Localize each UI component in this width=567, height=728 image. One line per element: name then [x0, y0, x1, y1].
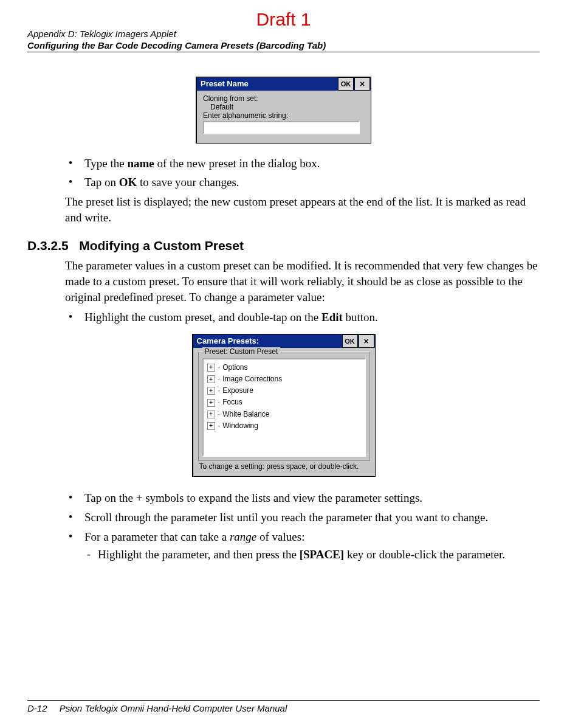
sub-list: Highlight the parameter, and then press …	[84, 547, 540, 563]
bullet-item: Type the name of the new preset in the d…	[65, 156, 540, 172]
footer-rule	[27, 700, 540, 701]
close-button[interactable]: ×	[354, 77, 370, 91]
bullet-item: For a parameter that can take a range of…	[65, 529, 540, 563]
bullet-list-3: Tap on the + symbols to expand the lists…	[65, 490, 540, 563]
expand-icon[interactable]: +	[207, 387, 215, 395]
paragraph: The parameter values in a custom preset …	[65, 258, 540, 305]
bullet-item: Highlight the custom preset, and double-…	[65, 310, 540, 325]
dialog-titlebar: Preset Name OK ×	[197, 77, 371, 91]
camera-presets-dialog: Camera Presets: OK × Preset: Custom Pres…	[192, 334, 376, 477]
tree-item[interactable]: +··Options	[207, 362, 361, 373]
expand-icon[interactable]: +	[207, 364, 215, 372]
section-heading: D.3.2.5 Modifying a Custom Preset	[27, 238, 540, 253]
tree-item[interactable]: +··White Balance	[207, 409, 361, 420]
bullet-item: Tap on OK to save your changes.	[65, 175, 540, 190]
expand-icon[interactable]: +	[207, 375, 215, 383]
ok-button[interactable]: OK	[338, 77, 354, 91]
page-number: D-12	[27, 703, 47, 713]
close-button[interactable]: ×	[359, 335, 374, 348]
preset-name-dialog: Preset Name OK × Cloning from set: Defau…	[196, 77, 371, 144]
dialog-title: Camera Presets:	[197, 336, 259, 345]
header-rule	[27, 52, 540, 52]
sub-item: Highlight the parameter, and then press …	[84, 547, 540, 563]
close-icon: ×	[360, 80, 365, 88]
bullet-list-2: Highlight the custom preset, and double-…	[65, 310, 540, 325]
watermark-draft: Draft 1	[27, 9, 540, 30]
page-footer: D-12 Psion Teklogix Omnii Hand-Held Comp…	[27, 700, 540, 713]
header-appendix: Appendix D: Teklogix Imagers Applet	[27, 29, 540, 40]
preset-group-box: Preset: Custom Preset +··Options +··Imag…	[198, 352, 370, 461]
header-subtitle: Configuring the Bar Code Decoding Camera…	[27, 40, 540, 50]
bullet-list-1: Type the name of the new preset in the d…	[65, 156, 540, 190]
tree-item[interactable]: +··Windowing	[207, 420, 361, 432]
dialog-hint: To change a setting: press space, or dou…	[198, 461, 370, 472]
ok-button[interactable]: OK	[342, 335, 358, 348]
preset-tree[interactable]: +··Options +··Image Corrections +··Expos…	[202, 358, 366, 457]
tree-item[interactable]: +··Exposure	[207, 385, 361, 397]
footer-title: Psion Teklogix Omnii Hand-Held Computer …	[60, 703, 287, 713]
dialog-prompt: Enter alphanumeric string:	[203, 111, 365, 120]
bullet-item: Tap on the + symbols to expand the lists…	[65, 490, 540, 506]
dialog-titlebar: Camera Presets: OK ×	[193, 335, 375, 348]
bullet-item: Scroll through the parameter list until …	[65, 510, 540, 525]
close-icon: ×	[363, 337, 368, 345]
expand-icon[interactable]: +	[207, 411, 215, 418]
expand-icon[interactable]: +	[207, 399, 215, 407]
tree-item[interactable]: +··Focus	[207, 397, 361, 408]
paragraph: The preset list is displayed; the new cu…	[65, 194, 540, 225]
tree-item[interactable]: +··Image Corrections	[207, 373, 361, 385]
dialog-text-line1: Cloning from set:	[203, 94, 365, 103]
expand-icon[interactable]: +	[207, 422, 215, 430]
dialog-text-line2: Default	[203, 103, 365, 111]
dialog-title: Preset Name	[201, 79, 249, 88]
preset-name-input[interactable]	[203, 121, 360, 134]
group-label: Preset: Custom Preset	[202, 347, 281, 356]
